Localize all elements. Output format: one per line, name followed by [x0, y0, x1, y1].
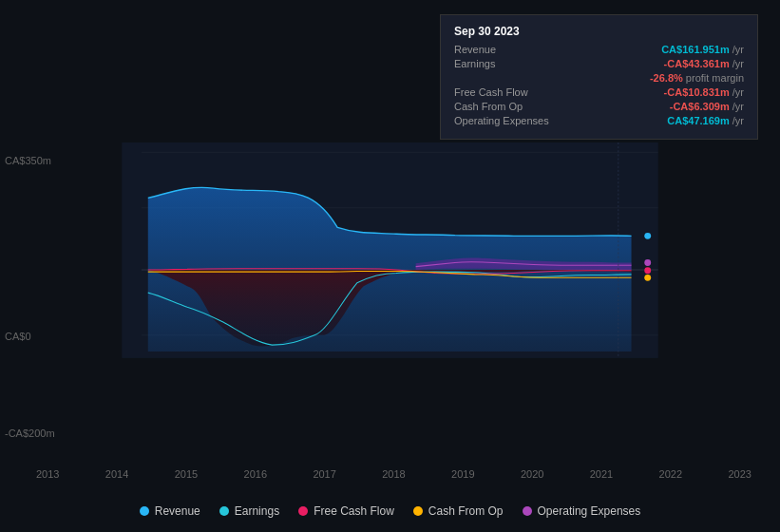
tooltip-date: Sep 30 2023 [454, 25, 744, 38]
legend-item-revenue[interactable]: Revenue [140, 504, 200, 518]
legend-item-fcf[interactable]: Free Cash Flow [298, 504, 394, 518]
earnings-value: -CA$43.361m /yr [664, 58, 744, 69]
legend-label-cashop: Cash From Op [428, 504, 504, 518]
legend-label-earnings: Earnings [235, 504, 279, 518]
tooltip-row-revenue: Revenue CA$161.951m /yr [454, 44, 744, 55]
x-label-2020: 2020 [521, 468, 543, 480]
fcf-label: Free Cash Flow [454, 86, 528, 98]
opex-value: CA$47.169m /yr [667, 115, 744, 126]
svg-point-8 [644, 267, 651, 274]
chart-legend: Revenue Earnings Free Cash Flow Cash Fro… [0, 504, 780, 518]
x-label-2021: 2021 [590, 468, 613, 480]
svg-point-9 [644, 275, 651, 281]
legend-item-cashop[interactable]: Cash From Op [413, 504, 504, 518]
legend-item-earnings[interactable]: Earnings [219, 504, 279, 518]
legend-dot-cashop [413, 506, 423, 516]
x-label-2018: 2018 [382, 468, 405, 480]
x-axis: 2013 2014 2015 2016 2017 2018 2019 2020 … [0, 468, 780, 480]
svg-point-7 [644, 259, 651, 266]
legend-item-opex[interactable]: Operating Expenses [523, 504, 641, 518]
legend-dot-opex [523, 506, 532, 516]
chart-svg [0, 142, 780, 456]
legend-dot-earnings [219, 506, 229, 516]
legend-label-fcf: Free Cash Flow [314, 504, 394, 518]
earnings-label: Earnings [454, 58, 495, 69]
tooltip-row-cashop: Cash From Op -CA$6.309m /yr [454, 101, 744, 112]
x-label-2014: 2014 [105, 468, 128, 480]
x-label-2022: 2022 [659, 468, 682, 480]
cashop-label: Cash From Op [454, 101, 523, 112]
x-label-2015: 2015 [175, 468, 198, 480]
x-label-2017: 2017 [313, 468, 335, 480]
chart-container: Sep 30 2023 Revenue CA$161.951m /yr Earn… [0, 0, 780, 532]
opex-label: Operating Expenses [454, 115, 549, 126]
svg-point-6 [644, 233, 651, 239]
legend-label-revenue: Revenue [155, 504, 200, 518]
profit-margin-value: -26.8% profit margin [650, 72, 744, 84]
cashop-value: -CA$6.309m /yr [670, 101, 744, 112]
tooltip-row-earnings: Earnings -CA$43.361m /yr [454, 58, 744, 69]
fcf-value: -CA$10.831m /yr [664, 86, 744, 98]
x-label-2023: 2023 [728, 468, 751, 480]
tooltip-row-fcf: Free Cash Flow -CA$10.831m /yr [454, 86, 744, 98]
revenue-value: CA$161.951m /yr [661, 44, 744, 55]
legend-label-opex: Operating Expenses [538, 504, 641, 518]
x-label-2016: 2016 [244, 468, 267, 480]
x-label-2019: 2019 [451, 468, 474, 480]
tooltip-row-profit-margin: -26.8% profit margin [454, 72, 744, 84]
x-label-2013: 2013 [36, 468, 59, 480]
tooltip-panel: Sep 30 2023 Revenue CA$161.951m /yr Earn… [440, 14, 758, 140]
legend-dot-revenue [140, 506, 149, 516]
tooltip-row-opex: Operating Expenses CA$47.169m /yr [454, 115, 744, 126]
legend-dot-fcf [298, 506, 308, 516]
revenue-label: Revenue [454, 44, 496, 55]
